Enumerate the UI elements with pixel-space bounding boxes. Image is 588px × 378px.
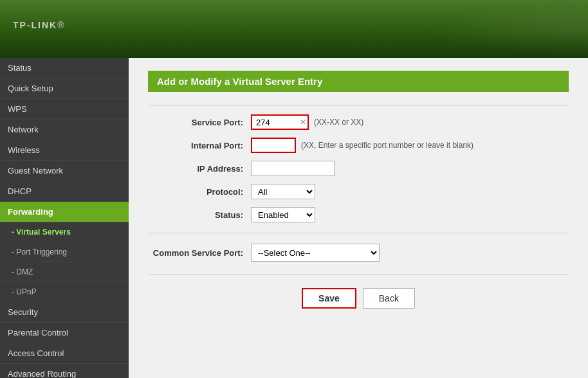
sidebar-item-advanced-routing[interactable]: Advanced Routing <box>0 364 129 378</box>
sidebar-item-access-control[interactable]: Access Control <box>0 343 129 364</box>
mid-divider <box>148 233 569 233</box>
internal-port-input[interactable] <box>251 138 296 153</box>
sidebar: Status Quick Setup WPS Network Wireless … <box>0 58 129 378</box>
sidebar-item-parental-control[interactable]: Parental Control <box>0 323 129 343</box>
internal-port-hint: (XX, Enter a specific port number or lea… <box>301 141 473 150</box>
section-title: Add or Modify a Virtual Server Entry <box>148 71 569 92</box>
service-port-hint: (XX-XX or XX) <box>314 118 363 127</box>
logo-symbol: ® <box>57 20 65 30</box>
status-label: Status: <box>148 210 251 220</box>
form: Service Port: ✕ (XX-XX or XX) Internal P… <box>148 114 569 262</box>
internal-port-label: Internal Port: <box>148 141 251 150</box>
ip-address-row: IP Address: <box>148 161 569 176</box>
sidebar-item-security[interactable]: Security <box>0 302 129 323</box>
back-button[interactable]: Back <box>363 288 415 309</box>
common-service-select[interactable]: --Select One-- DNS FTP HTTP HTTPS IMAP P… <box>251 244 380 262</box>
logo: TP-LINK® <box>13 17 66 41</box>
status-select[interactable]: Enabled Disabled <box>251 207 315 222</box>
sidebar-item-wps[interactable]: WPS <box>0 99 129 120</box>
common-service-row: Common Service Port: --Select One-- DNS … <box>148 244 569 262</box>
layout: Status Quick Setup WPS Network Wireless … <box>0 58 588 378</box>
header: TP-LINK® <box>0 0 588 58</box>
save-button[interactable]: Save <box>302 288 356 309</box>
sidebar-item-guest-network[interactable]: Guest Network <box>0 161 129 181</box>
status-row: Status: Enabled Disabled <box>148 207 569 222</box>
sidebar-item-quick-setup[interactable]: Quick Setup <box>0 78 129 99</box>
sidebar-item-virtual-servers[interactable]: - Virtual Servers <box>0 222 129 242</box>
sidebar-item-port-triggering[interactable]: - Port Triggering <box>0 242 129 262</box>
status-control: Enabled Disabled <box>251 207 315 222</box>
service-port-input-wrapper: ✕ <box>251 114 309 130</box>
service-port-clear-icon[interactable]: ✕ <box>300 118 306 126</box>
logo-text: TP-LINK <box>13 20 57 30</box>
button-row: Save Back <box>148 288 569 309</box>
protocol-row: Protocol: All TCP UDP TCP/UDP <box>148 184 569 199</box>
ip-address-label: IP Address: <box>148 164 251 174</box>
sidebar-item-wireless[interactable]: Wireless <box>0 140 129 161</box>
protocol-select[interactable]: All TCP UDP TCP/UDP <box>251 184 315 199</box>
sidebar-item-network[interactable]: Network <box>0 120 129 140</box>
service-port-control: ✕ (XX-XX or XX) <box>251 114 363 130</box>
ip-address-control <box>251 161 335 176</box>
sidebar-item-forwarding[interactable]: Forwarding <box>0 202 129 222</box>
internal-port-row: Internal Port: (XX, Enter a specific por… <box>148 138 569 153</box>
main-content: Add or Modify a Virtual Server Entry Ser… <box>129 58 588 378</box>
sidebar-item-dhcp[interactable]: DHCP <box>0 181 129 202</box>
bottom-divider <box>148 274 569 275</box>
sidebar-item-dmz[interactable]: - DMZ <box>0 262 129 282</box>
protocol-label: Protocol: <box>148 187 251 197</box>
internal-port-control: (XX, Enter a specific port number or lea… <box>251 138 473 153</box>
protocol-control: All TCP UDP TCP/UDP <box>251 184 315 199</box>
top-divider <box>148 105 569 105</box>
service-port-label: Service Port: <box>148 118 251 127</box>
service-port-row: Service Port: ✕ (XX-XX or XX) <box>148 114 569 130</box>
sidebar-item-status[interactable]: Status <box>0 58 129 78</box>
ip-address-input[interactable] <box>251 161 335 176</box>
common-service-control: --Select One-- DNS FTP HTTP HTTPS IMAP P… <box>251 244 380 262</box>
common-service-label: Common Service Port: <box>148 248 251 258</box>
sidebar-item-upnp[interactable]: - UPnP <box>0 282 129 302</box>
